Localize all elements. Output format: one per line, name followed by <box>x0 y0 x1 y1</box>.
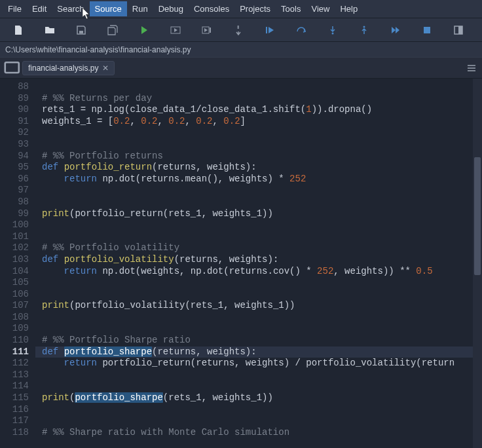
code-line[interactable]: print(portfolio_volatility(rets_1, weigh… <box>42 300 482 312</box>
debug-continue-icon[interactable] <box>254 18 286 42</box>
code-line[interactable]: weights_1 = [0.2, 0.2, 0.2, 0.2, 0.2] <box>42 116 482 128</box>
line-number: 114 <box>0 381 29 392</box>
toolbar: I <box>0 18 482 42</box>
menu-edit[interactable]: Edit <box>27 1 52 16</box>
browse-tabs-icon[interactable] <box>4 58 22 79</box>
code-line[interactable] <box>42 196 482 208</box>
tab-row: financial-analysis.py ✕ <box>0 58 482 79</box>
menu-view[interactable]: View <box>306 1 335 16</box>
path-bar: C:\Users\white\financial-analysis\financ… <box>0 42 482 58</box>
line-number: 100 <box>0 219 29 231</box>
code-line[interactable]: # %% Portfolio returns <box>42 151 482 162</box>
svg-rect-10 <box>5 62 19 73</box>
line-number: 109 <box>0 323 29 335</box>
code-line[interactable] <box>42 185 482 196</box>
code-line[interactable]: def portfolio_sharpe(returns, weights): <box>35 346 482 358</box>
line-number: 104 <box>0 266 29 278</box>
svg-rect-0 <box>79 31 83 33</box>
code-line[interactable] <box>42 231 482 243</box>
line-number: 90 <box>0 104 29 116</box>
code-editor[interactable]: 8889909192939495969798991001011021031041… <box>0 79 482 448</box>
line-number: 102 <box>0 242 29 254</box>
code-line[interactable]: rets_1 = np.log(close_data_1/close_data_… <box>42 104 482 116</box>
scrollbar-thumb[interactable] <box>474 157 481 275</box>
line-number: 105 <box>0 277 29 289</box>
menu-consoles[interactable]: Consoles <box>189 1 234 16</box>
run-cell-advance-icon[interactable] <box>191 18 223 42</box>
line-number: 118 <box>0 427 29 439</box>
step-into-icon[interactable] <box>317 18 348 42</box>
code-line[interactable] <box>42 289 482 301</box>
vertical-scrollbar[interactable] <box>473 79 482 448</box>
svg-rect-9 <box>458 26 462 34</box>
menu-run[interactable]: Run <box>127 1 153 16</box>
code-line[interactable]: print(portfolio_return(rets_1, weights_1… <box>42 208 482 220</box>
new-file-icon[interactable] <box>3 18 34 42</box>
menu-search[interactable]: Search <box>52 1 89 16</box>
code-line[interactable]: def portfolio_return(returns, weights): <box>42 162 482 174</box>
menu-debug[interactable]: Debug <box>153 1 189 16</box>
code-line[interactable] <box>42 381 482 392</box>
line-number: 106 <box>0 289 29 301</box>
step-out-icon[interactable] <box>348 18 380 42</box>
line-number: 112 <box>0 358 29 369</box>
line-number: 107 <box>0 300 29 312</box>
code-line[interactable]: # %% Returns per day <box>42 93 482 105</box>
svg-point-6 <box>363 26 365 28</box>
close-icon[interactable]: ✕ <box>102 64 109 73</box>
code-line[interactable] <box>42 404 482 416</box>
code-line[interactable]: return np.dot(weights, np.dot(returns.co… <box>42 266 482 278</box>
code-line[interactable]: # %% Portfolio volatility <box>42 242 482 254</box>
line-number: 117 <box>0 415 29 427</box>
pane-options-icon[interactable] <box>466 58 477 79</box>
file-path: C:\Users\white\financial-analysis\financ… <box>5 45 191 54</box>
svg-text:I: I <box>237 25 238 29</box>
code-line[interactable]: # %% Portfolio Sharpe ratio <box>42 335 482 346</box>
open-folder-icon[interactable] <box>34 18 65 42</box>
run-cell-icon[interactable] <box>160 18 191 42</box>
code-line[interactable] <box>42 323 482 335</box>
line-number: 103 <box>0 254 29 266</box>
line-number: 94 <box>0 151 29 162</box>
code-line[interactable] <box>42 127 482 139</box>
svg-point-5 <box>332 32 334 34</box>
svg-rect-7 <box>424 27 430 33</box>
menu-source[interactable]: Source <box>90 1 127 16</box>
stop-icon[interactable] <box>411 18 443 42</box>
tab-file[interactable]: financial-analysis.py ✕ <box>22 61 115 75</box>
step-over-icon[interactable] <box>286 18 317 42</box>
code-line[interactable]: # %% Sharpe ratio with Monte Carlo simul… <box>42 427 482 439</box>
code-line[interactable] <box>42 277 482 289</box>
code-line[interactable]: print(portfolio_sharpe(rets_1, weights_1… <box>42 392 482 404</box>
code-line[interactable] <box>42 219 482 231</box>
line-number: 95 <box>0 162 29 174</box>
code-line[interactable] <box>42 139 482 151</box>
line-number: 89 <box>0 93 29 105</box>
line-number: 98 <box>0 196 29 208</box>
code-line[interactable] <box>42 312 482 324</box>
menu-bar: FileEditSearchSourceRunDebugConsolesProj… <box>0 0 482 18</box>
line-number: 113 <box>0 369 29 381</box>
tab-label: financial-analysis.py <box>28 64 98 73</box>
svg-rect-4 <box>266 27 267 33</box>
line-number: 110 <box>0 335 29 346</box>
line-number: 111 <box>0 346 29 358</box>
code-line[interactable]: return portfolio_return(returns, weights… <box>42 358 482 369</box>
save-all-icon[interactable] <box>97 18 128 42</box>
run-selection-icon[interactable]: I <box>223 18 254 42</box>
code-line[interactable]: def portfolio_volatility(returns, weight… <box>42 254 482 266</box>
code-area[interactable]: # %% Returns per dayrets_1 = np.log(clos… <box>35 79 482 448</box>
code-line[interactable]: return np.dot(returns.mean(), weights) *… <box>42 174 482 185</box>
menu-tools[interactable]: Tools <box>276 1 306 16</box>
menu-file[interactable]: File <box>3 1 27 16</box>
fast-forward-icon[interactable] <box>380 18 411 42</box>
line-number: 96 <box>0 174 29 185</box>
menu-projects[interactable]: Projects <box>234 1 276 16</box>
code-line[interactable] <box>42 81 482 93</box>
maximize-pane-icon[interactable] <box>443 18 474 42</box>
code-line[interactable] <box>42 369 482 381</box>
run-icon[interactable] <box>128 18 160 42</box>
save-icon[interactable] <box>65 18 97 42</box>
code-line[interactable] <box>42 415 482 427</box>
menu-help[interactable]: Help <box>335 1 363 16</box>
